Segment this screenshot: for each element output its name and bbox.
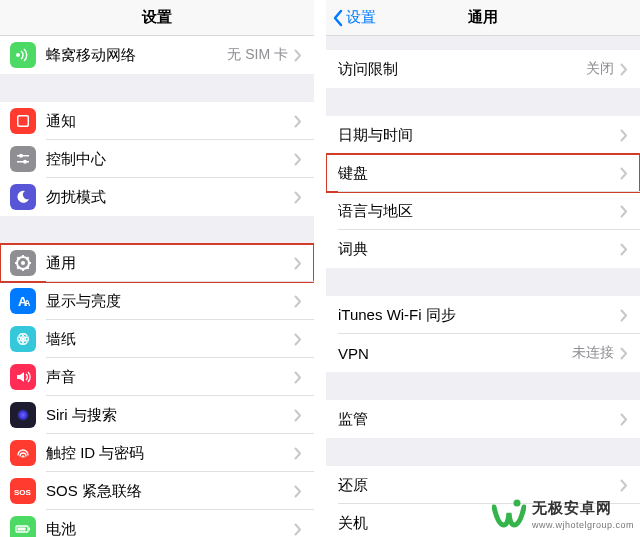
row-keyboard[interactable]: 键盘 bbox=[326, 154, 640, 192]
row-detail: 无 SIM 卡 bbox=[227, 46, 288, 64]
chevron-right-icon bbox=[294, 153, 302, 166]
page-title: 设置 bbox=[142, 8, 172, 27]
row-detail: 未连接 bbox=[572, 344, 614, 362]
chevron-right-icon bbox=[294, 333, 302, 346]
row-label: 日期与时间 bbox=[338, 126, 620, 145]
chevron-right-icon bbox=[294, 49, 302, 62]
row-label: 监管 bbox=[338, 410, 620, 429]
row-label: 触控 ID 与密码 bbox=[46, 444, 294, 463]
back-button[interactable]: 设置 bbox=[332, 8, 376, 27]
back-label: 设置 bbox=[346, 8, 376, 27]
row-dnd[interactable]: 勿扰模式 bbox=[0, 178, 314, 216]
display-icon: AA bbox=[10, 288, 36, 314]
row-sos[interactable]: SOSSOS 紧急联络 bbox=[0, 472, 314, 510]
row-label: iTunes Wi-Fi 同步 bbox=[338, 306, 620, 325]
settings-root-pane: 设置 蜂窝移动网络无 SIM 卡通知控制中心勿扰模式通用AA显示与亮度墙纸声音S… bbox=[0, 0, 314, 537]
row-label: 词典 bbox=[338, 240, 620, 259]
row-detail: 关闭 bbox=[586, 60, 614, 78]
wallpaper-icon bbox=[10, 326, 36, 352]
row-label: 通用 bbox=[46, 254, 294, 273]
svg-point-8 bbox=[21, 261, 25, 265]
row-vpn[interactable]: VPN未连接 bbox=[326, 334, 640, 372]
chevron-right-icon bbox=[294, 409, 302, 422]
row-label: 声音 bbox=[46, 368, 294, 387]
settings-list[interactable]: 蜂窝移动网络无 SIM 卡通知控制中心勿扰模式通用AA显示与亮度墙纸声音Siri… bbox=[0, 36, 314, 537]
row-label: 显示与亮度 bbox=[46, 292, 294, 311]
chevron-right-icon bbox=[620, 167, 628, 180]
watermark-text: 无极安卓网 bbox=[532, 499, 612, 518]
row-label: 勿扰模式 bbox=[46, 188, 294, 207]
row-label: 蜂窝移动网络 bbox=[46, 46, 227, 65]
svg-rect-28 bbox=[18, 528, 26, 531]
row-touchid[interactable]: 触控 ID 与密码 bbox=[0, 434, 314, 472]
svg-rect-4 bbox=[17, 161, 29, 163]
chevron-right-icon bbox=[620, 63, 628, 76]
general-pane: 设置 通用 访问限制关闭日期与时间键盘语言与地区词典iTunes Wi-Fi 同… bbox=[326, 0, 640, 537]
chevron-right-icon bbox=[620, 243, 628, 256]
svg-point-5 bbox=[19, 154, 23, 158]
svg-text:A: A bbox=[24, 298, 31, 308]
chevron-right-icon bbox=[294, 447, 302, 460]
row-label: 访问限制 bbox=[338, 60, 586, 79]
row-language[interactable]: 语言与地区 bbox=[326, 192, 640, 230]
row-sounds[interactable]: 声音 bbox=[0, 358, 314, 396]
chevron-right-icon bbox=[294, 115, 302, 128]
general-list[interactable]: 访问限制关闭日期与时间键盘语言与地区词典iTunes Wi-Fi 同步VPN未连… bbox=[326, 36, 640, 537]
row-cellular[interactable]: 蜂窝移动网络无 SIM 卡 bbox=[0, 36, 314, 74]
row-label: 通知 bbox=[46, 112, 294, 131]
svg-point-29 bbox=[513, 500, 520, 507]
row-dictionary[interactable]: 词典 bbox=[326, 230, 640, 268]
dnd-icon bbox=[10, 184, 36, 210]
navbar-left: 设置 bbox=[0, 0, 314, 36]
svg-point-20 bbox=[22, 338, 25, 341]
chevron-right-icon bbox=[294, 371, 302, 384]
svg-point-0 bbox=[16, 53, 20, 57]
row-datetime[interactable]: 日期与时间 bbox=[326, 116, 640, 154]
watermark-url: www.wjhotelgroup.com bbox=[532, 520, 634, 530]
chevron-right-icon bbox=[620, 347, 628, 360]
row-notifications[interactable]: 通知 bbox=[0, 102, 314, 140]
chevron-left-icon bbox=[332, 9, 344, 27]
svg-rect-3 bbox=[17, 155, 29, 157]
chevron-right-icon bbox=[620, 205, 628, 218]
row-control-center[interactable]: 控制中心 bbox=[0, 140, 314, 178]
chevron-right-icon bbox=[620, 413, 628, 426]
chevron-right-icon bbox=[294, 485, 302, 498]
sos-icon: SOS bbox=[10, 478, 36, 504]
cellular-icon bbox=[10, 42, 36, 68]
row-restrictions[interactable]: 访问限制关闭 bbox=[326, 50, 640, 88]
row-siri[interactable]: Siri 与搜索 bbox=[0, 396, 314, 434]
chevron-right-icon bbox=[620, 309, 628, 322]
row-display[interactable]: AA显示与亮度 bbox=[0, 282, 314, 320]
svg-point-6 bbox=[23, 160, 27, 164]
row-label: VPN bbox=[338, 345, 572, 362]
siri-icon bbox=[10, 402, 36, 428]
chevron-right-icon bbox=[294, 523, 302, 536]
row-regulatory[interactable]: 监管 bbox=[326, 400, 640, 438]
page-title: 通用 bbox=[468, 8, 498, 27]
chevron-right-icon bbox=[294, 257, 302, 270]
control-center-icon bbox=[10, 146, 36, 172]
svg-point-24 bbox=[17, 409, 29, 421]
navbar-right: 设置 通用 bbox=[326, 0, 640, 36]
svg-rect-2 bbox=[19, 117, 28, 126]
row-label: 控制中心 bbox=[46, 150, 294, 169]
svg-text:SOS: SOS bbox=[14, 488, 32, 497]
row-battery[interactable]: 电池 bbox=[0, 510, 314, 537]
battery-icon bbox=[10, 516, 36, 537]
general-icon bbox=[10, 250, 36, 276]
svg-rect-27 bbox=[29, 528, 31, 531]
row-wallpaper[interactable]: 墙纸 bbox=[0, 320, 314, 358]
watermark-logo-icon bbox=[492, 497, 526, 531]
row-label: 键盘 bbox=[338, 164, 620, 183]
chevron-right-icon bbox=[620, 129, 628, 142]
chevron-right-icon bbox=[294, 191, 302, 204]
notifications-icon bbox=[10, 108, 36, 134]
row-label: Siri 与搜索 bbox=[46, 406, 294, 425]
row-label: 墙纸 bbox=[46, 330, 294, 349]
row-general[interactable]: 通用 bbox=[0, 244, 314, 282]
row-itunes-wifi[interactable]: iTunes Wi-Fi 同步 bbox=[326, 296, 640, 334]
watermark: 无极安卓网 www.wjhotelgroup.com bbox=[492, 497, 634, 531]
touchid-icon bbox=[10, 440, 36, 466]
sounds-icon bbox=[10, 364, 36, 390]
